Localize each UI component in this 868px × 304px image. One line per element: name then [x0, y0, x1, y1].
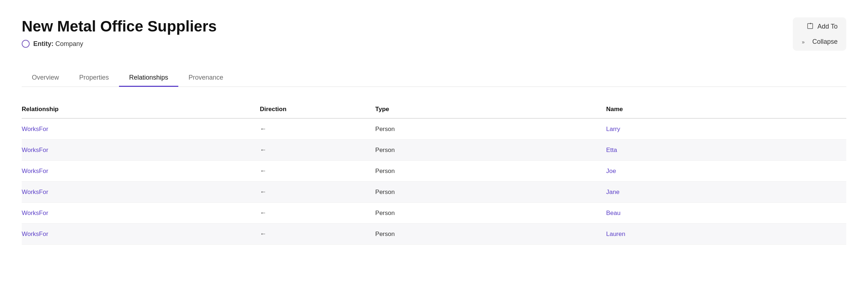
- page-title: New Metal Office Suppliers: [22, 17, 793, 35]
- entity-row: Entity: Company: [22, 40, 793, 48]
- table-row: WorksFor←PersonBeau: [22, 203, 846, 224]
- add-to-button[interactable]: Add To: [804, 21, 841, 32]
- table-row: WorksFor←PersonLarry: [22, 118, 846, 140]
- svg-text:»: »: [802, 39, 805, 45]
- cell-name[interactable]: Etta: [599, 140, 846, 161]
- main-container: New Metal Office Suppliers Entity: Compa…: [0, 0, 868, 262]
- cell-type: Person: [368, 182, 599, 203]
- tab-provenance[interactable]: Provenance: [178, 69, 233, 87]
- cell-relationship[interactable]: WorksFor: [22, 140, 252, 161]
- cell-relationship[interactable]: WorksFor: [22, 224, 252, 245]
- entity-icon: [22, 40, 30, 48]
- table-row: WorksFor←PersonJane: [22, 182, 846, 203]
- header-section: New Metal Office Suppliers Entity: Compa…: [22, 17, 846, 51]
- cell-type: Person: [368, 224, 599, 245]
- table-container: Relationship Direction Type Name WorksFo…: [22, 101, 846, 245]
- entity-label: Entity: Company: [33, 40, 83, 48]
- cell-relationship[interactable]: WorksFor: [22, 161, 252, 182]
- add-to-icon: [807, 22, 814, 30]
- tab-overview[interactable]: Overview: [22, 69, 69, 87]
- cell-direction: ←: [252, 203, 368, 224]
- table-row: WorksFor←PersonEtta: [22, 140, 846, 161]
- cell-name[interactable]: Jane: [599, 182, 846, 203]
- collapse-label: Collapse: [812, 38, 838, 46]
- cell-type: Person: [368, 203, 599, 224]
- cell-direction: ←: [252, 161, 368, 182]
- cell-direction: ←: [252, 224, 368, 245]
- collapse-button[interactable]: » Collapse: [799, 36, 841, 47]
- cell-relationship[interactable]: WorksFor: [22, 182, 252, 203]
- cell-direction: ←: [252, 118, 368, 140]
- cell-name[interactable]: Larry: [599, 118, 846, 140]
- tab-properties[interactable]: Properties: [69, 69, 119, 87]
- cell-type: Person: [368, 161, 599, 182]
- cell-type: Person: [368, 140, 599, 161]
- table-body: WorksFor←PersonLarryWorksFor←PersonEttaW…: [22, 118, 846, 245]
- col-header-direction: Direction: [252, 101, 368, 118]
- svg-rect-0: [808, 24, 813, 29]
- cell-name[interactable]: Beau: [599, 203, 846, 224]
- action-buttons-panel: Add To » Collapse: [793, 17, 846, 51]
- tabs-container: Overview Properties Relationships Proven…: [22, 69, 846, 87]
- cell-direction: ←: [252, 182, 368, 203]
- col-header-type: Type: [368, 101, 599, 118]
- relationships-table: Relationship Direction Type Name WorksFo…: [22, 101, 846, 245]
- cell-relationship[interactable]: WorksFor: [22, 118, 252, 140]
- cell-name[interactable]: Lauren: [599, 224, 846, 245]
- cell-relationship[interactable]: WorksFor: [22, 203, 252, 224]
- table-header: Relationship Direction Type Name: [22, 101, 846, 118]
- col-header-relationship: Relationship: [22, 101, 252, 118]
- cell-direction: ←: [252, 140, 368, 161]
- collapse-icon: »: [801, 38, 809, 46]
- add-to-label: Add To: [817, 23, 838, 30]
- cell-type: Person: [368, 118, 599, 140]
- tab-relationships[interactable]: Relationships: [119, 69, 178, 87]
- cell-name[interactable]: Joe: [599, 161, 846, 182]
- table-row: WorksFor←PersonLauren: [22, 224, 846, 245]
- col-header-name: Name: [599, 101, 846, 118]
- table-row: WorksFor←PersonJoe: [22, 161, 846, 182]
- title-block: New Metal Office Suppliers Entity: Compa…: [22, 17, 793, 48]
